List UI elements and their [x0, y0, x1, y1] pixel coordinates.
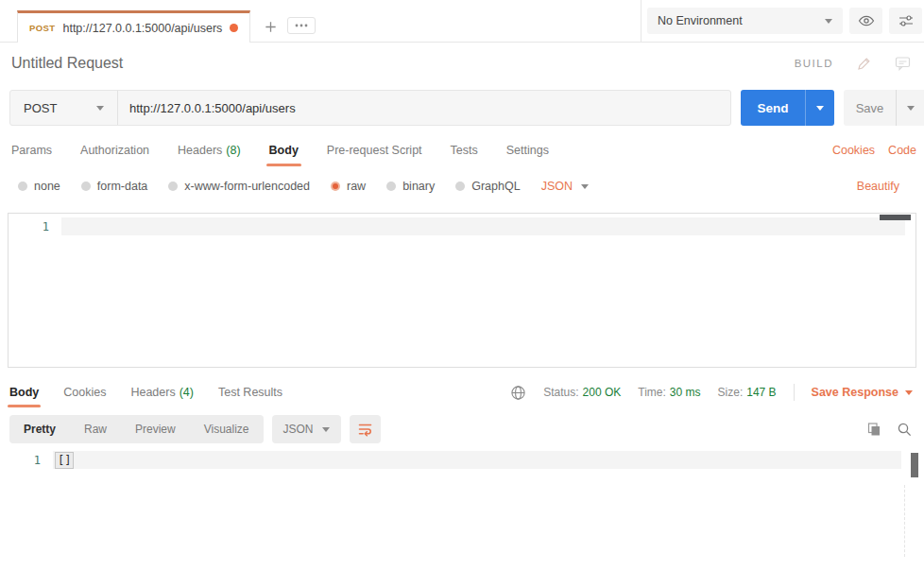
response-tab-headers[interactable]: Headers(4)	[130, 377, 194, 407]
tab-label: Authorization	[80, 144, 149, 157]
more-dots-icon	[294, 21, 309, 30]
body-mode-x-www-form-urlencoded[interactable]: x-www-form-urlencoded	[168, 180, 310, 193]
size-value: 147 B	[746, 386, 776, 399]
mode-label: none	[34, 180, 60, 193]
comment-icon	[895, 56, 911, 71]
size-badge: Size: 147 B	[718, 386, 777, 399]
save-button[interactable]: Save	[844, 90, 896, 126]
view-tab-visualize[interactable]: Visualize	[190, 415, 264, 443]
response-tab-cookies[interactable]: Cookies	[63, 377, 106, 407]
globe-icon	[510, 385, 526, 401]
radio-selected-icon	[331, 182, 340, 191]
tab-options-button[interactable]	[287, 17, 316, 34]
chevron-down-icon	[907, 106, 915, 111]
tab-settings[interactable]: Settings	[506, 131, 549, 169]
status-label: Status:	[543, 386, 578, 399]
wrap-lines-button[interactable]	[350, 415, 381, 443]
headers-count-badge: (8)	[226, 144, 240, 157]
body-mode-none[interactable]: none	[18, 180, 60, 193]
send-options-button[interactable]	[805, 90, 834, 126]
open-tabs-area: POST http://127.0.0.1:5000/api/users	[0, 0, 641, 42]
line-number: 1	[0, 454, 53, 467]
response-tab-test-results[interactable]: Test Results	[218, 377, 282, 407]
tab-params[interactable]: Params	[11, 131, 52, 169]
request-tab[interactable]: POST http://127.0.0.1:5000/api/users	[17, 10, 250, 43]
view-tab-raw[interactable]: Raw	[70, 415, 121, 443]
method-label: POST	[24, 101, 57, 115]
chevron-down-icon	[825, 19, 832, 24]
unsaved-dot-icon	[230, 24, 238, 32]
request-url-row: POST Send Save	[0, 84, 924, 131]
radio-icon	[455, 182, 465, 191]
tab-body[interactable]: Body	[269, 131, 299, 169]
view-tab-pretty[interactable]: Pretty	[9, 415, 70, 443]
environment-selector[interactable]: No Environment	[647, 8, 843, 34]
vertical-scrollbar-thumb[interactable]	[911, 453, 918, 477]
comments-button[interactable]	[895, 56, 911, 71]
tab-label: Settings	[506, 144, 549, 157]
url-input[interactable]	[118, 91, 730, 125]
code-link[interactable]: Code	[888, 144, 916, 157]
chevron-down-icon	[905, 390, 913, 395]
radio-icon	[18, 182, 27, 191]
tab-headers[interactable]: Headers(8)	[178, 131, 241, 169]
tab-pre-request-script[interactable]: Pre-request Script	[327, 131, 422, 169]
time-badge: Time: 30 ms	[638, 386, 700, 399]
request-body-editor[interactable]: 1	[8, 213, 916, 368]
size-label: Size:	[718, 386, 744, 399]
response-section: Body Cookies Headers(4) Test Results Sta…	[0, 377, 924, 564]
view-tab-preview[interactable]: Preview	[121, 415, 190, 443]
time-label: Time:	[638, 386, 666, 399]
environment-label: No Environment	[658, 14, 743, 27]
body-mode-graphql[interactable]: GraphQL	[455, 180, 520, 193]
body-mode-raw[interactable]: raw	[331, 180, 366, 193]
headers-count-badge: (4)	[180, 386, 194, 399]
tab-label: Headers	[178, 144, 222, 157]
environment-quick-look-button[interactable]	[849, 8, 882, 34]
tab-method-badge: POST	[29, 23, 55, 33]
beautify-link[interactable]: Beautify	[857, 180, 899, 193]
horizontal-scrollbar-thumb[interactable]	[880, 215, 911, 220]
radio-icon	[168, 182, 178, 191]
response-format-selector[interactable]: JSON	[272, 415, 341, 443]
status-value: 200 OK	[583, 386, 622, 399]
active-line-highlight: []	[53, 451, 901, 469]
mode-label: binary	[402, 180, 435, 193]
send-button-label: Send	[757, 101, 788, 115]
response-body-viewer: 1 []	[0, 451, 924, 564]
response-line: 1 []	[0, 451, 924, 469]
new-tab-button[interactable]	[264, 20, 278, 34]
body-mode-binary[interactable]: binary	[386, 180, 435, 193]
copy-icon	[866, 422, 882, 438]
build-mode-label: BUILD	[795, 58, 833, 69]
tab-authorization[interactable]: Authorization	[80, 131, 149, 169]
response-tab-body[interactable]: Body	[9, 377, 39, 407]
line-number: 1	[9, 220, 61, 234]
cookies-link[interactable]: Cookies	[832, 144, 875, 157]
tab-tests[interactable]: Tests	[451, 131, 478, 169]
save-response-button[interactable]: Save Response	[812, 386, 913, 399]
method-selector[interactable]: POST	[10, 91, 118, 125]
edit-name-button[interactable]	[856, 56, 872, 72]
mode-label: GraphQL	[471, 180, 520, 193]
tab-label: Headers	[130, 386, 175, 399]
chevron-down-icon	[322, 427, 330, 432]
search-response-button[interactable]	[897, 422, 913, 438]
content-type-label: JSON	[541, 180, 573, 193]
tab-label: Pre-request Script	[327, 144, 422, 157]
body-mode-form-data[interactable]: form-data	[81, 180, 148, 193]
tab-label: Params	[11, 144, 52, 157]
text-wrap-icon	[357, 422, 373, 437]
tab-label: Cookies	[63, 386, 106, 399]
environment-settings-button[interactable]	[889, 8, 922, 34]
response-content: []	[55, 452, 74, 469]
divider	[794, 384, 795, 401]
response-meta: Status: 200 OK Time: 30 ms Size: 147 B S…	[510, 384, 913, 401]
send-button[interactable]: Send	[741, 90, 805, 126]
copy-response-button[interactable]	[866, 422, 882, 438]
top-tab-bar: POST http://127.0.0.1:5000/api/users No …	[0, 0, 924, 43]
active-line-highlight	[61, 217, 905, 235]
content-type-selector[interactable]: JSON	[541, 180, 589, 193]
save-options-button[interactable]	[896, 90, 924, 126]
save-button-group: Save	[844, 90, 924, 126]
